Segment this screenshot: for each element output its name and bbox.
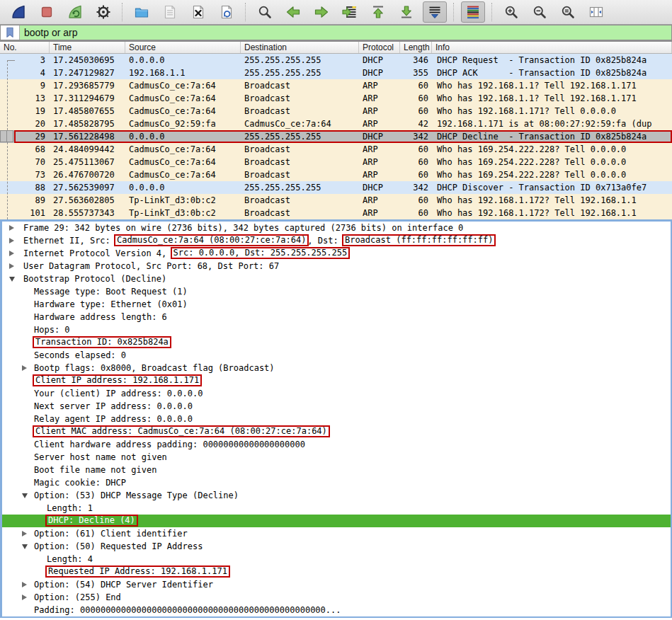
detail-line[interactable]: Next server IP address: 0.0.0.0 <box>2 400 671 413</box>
detail-line[interactable]: Internet Protocol Version 4, Src: 0.0.0.… <box>2 247 671 260</box>
detail-line[interactable]: Server host name not given <box>2 451 671 464</box>
chevron-right-icon[interactable] <box>22 365 27 371</box>
detail-line[interactable]: Frame 29: 342 bytes on wire (2736 bits),… <box>2 222 671 234</box>
detail-line[interactable]: Option: (255) End <box>2 591 671 604</box>
save-file-button <box>158 1 182 23</box>
column-header-source[interactable]: Source <box>125 42 241 53</box>
detail-line[interactable]: Bootp flags: 0x8000, Broadcast flag (Bro… <box>2 362 671 374</box>
packet-length: 60 <box>400 79 432 92</box>
packet-row[interactable]: 2017.485828795CadmusCo_92:59:faCadmusCo_… <box>0 117 672 130</box>
packet-time: 25.475113067 <box>50 156 125 168</box>
chevron-right-icon[interactable] <box>22 531 27 536</box>
detail-line[interactable]: DHCP: Decline (4) <box>2 515 671 527</box>
packet-row[interactable]: 417.247129827192.168.1.1255.255.255.255D… <box>0 67 672 79</box>
packet-row[interactable]: 8827.5625390970.0.0.0255.255.255.255DHCP… <box>0 181 672 194</box>
detail-line[interactable]: Client MAC address: CadmusCo_ce:7a:64 (0… <box>2 425 671 438</box>
packet-row[interactable]: 8927.563602805Tp-LinkT_d3:0b:c2Broadcast… <box>0 194 672 207</box>
column-header-protocol[interactable]: Protocol <box>359 42 400 53</box>
restart-capture-button[interactable] <box>63 1 87 23</box>
detail-line[interactable]: Padding: 0000000000000000000000000000000… <box>2 604 671 616</box>
start-capture-button[interactable] <box>6 1 30 23</box>
packet-info: Who has 192.168.1.1? Tell 192.168.1.171 <box>432 92 672 105</box>
detail-line[interactable]: Bootstrap Protocol (Decline) <box>2 272 671 285</box>
packet-row[interactable]: 10128.555737343Tp-LinkT_d3:0b:c2Broadcas… <box>0 207 672 219</box>
detail-line[interactable]: User Datagram Protocol, Src Port: 68, Ds… <box>2 260 671 272</box>
detail-line[interactable]: Hardware type: Ethernet (0x01) <box>2 298 671 311</box>
detail-line[interactable]: Seconds elapsed: 0 <box>2 349 671 362</box>
detail-line[interactable]: Relay agent IP address: 0.0.0.0 <box>2 413 671 425</box>
packet-details-pane: Frame 29: 342 bytes on wire (2736 bits),… <box>0 219 672 618</box>
chevron-right-icon[interactable] <box>22 595 27 600</box>
detail-line[interactable]: Hops: 0 <box>2 323 671 336</box>
detail-text-part: Option: (61) Client identifier <box>34 529 188 539</box>
packet-protocol: ARP <box>359 79 400 92</box>
detail-line[interactable]: Transaction ID: 0x825b824a <box>2 336 671 349</box>
packet-row[interactable]: 7326.476700720CadmusCo_ce:7a:64Broadcast… <box>0 168 672 181</box>
detail-line[interactable]: Option: (54) DHCP Server Identifier <box>2 578 671 591</box>
column-header-info[interactable]: Info <box>432 42 672 53</box>
packet-source: Tp-LinkT_d3:0b:c2 <box>125 194 241 207</box>
detail-line[interactable]: Boot file name not given <box>2 464 671 476</box>
reload-file-button[interactable] <box>215 1 239 23</box>
packet-length: 342 <box>400 130 432 143</box>
stop-capture-button[interactable] <box>35 1 59 23</box>
packet-time: 17.485807655 <box>50 105 125 117</box>
packet-protocol: ARP <box>359 168 400 181</box>
find-packet-button[interactable] <box>253 1 277 23</box>
detail-line[interactable]: Message type: Boot Request (1) <box>2 285 671 298</box>
packet-info: Who has 192.168.1.172? Tell 192.168.1.1 <box>432 194 672 207</box>
zoom-out-button[interactable] <box>528 1 552 23</box>
detail-line[interactable]: Requested IP Address: 192.168.1.171 <box>2 566 671 578</box>
close-file-button[interactable] <box>186 1 210 23</box>
detail-line[interactable]: Length: 1 <box>2 502 671 515</box>
detail-text-part: Hardware address length: 6 <box>34 312 167 322</box>
detail-line[interactable]: Option: (61) Client identifier <box>2 527 671 540</box>
detail-line[interactable]: Magic cookie: DHCP <box>2 476 671 489</box>
chevron-down-icon[interactable] <box>22 544 28 549</box>
detail-text: Bootstrap Protocol (Decline) <box>23 272 166 285</box>
resize-columns-button[interactable] <box>584 1 608 23</box>
detail-line[interactable]: Your (client) IP address: 0.0.0.0 <box>2 387 671 400</box>
open-file-button[interactable] <box>130 1 154 23</box>
go-last-packet-button[interactable] <box>394 1 418 23</box>
detail-line[interactable]: Hardware address length: 6 <box>2 311 671 323</box>
column-header-time[interactable]: Time <box>50 42 125 53</box>
detail-line[interactable]: Ethernet II, Src: CadmusCo_ce:7a:64 (08:… <box>2 234 671 247</box>
chevron-right-icon[interactable] <box>9 263 14 269</box>
zoom-reset-button[interactable] <box>556 1 580 23</box>
packet-row[interactable]: 1917.485807655CadmusCo_ce:7a:64Broadcast… <box>0 105 672 117</box>
column-header-no[interactable]: No. <box>0 42 50 53</box>
packet-row[interactable]: 7025.475113067CadmusCo_ce:7a:64Broadcast… <box>0 156 672 168</box>
detail-line[interactable]: Option: (53) DHCP Message Type (Decline) <box>2 489 671 502</box>
column-header-length[interactable]: Length <box>400 42 432 53</box>
packet-source: 0.0.0.0 <box>125 181 241 194</box>
go-next-packet-button[interactable] <box>309 1 334 23</box>
packet-row[interactable]: 317.2450306950.0.0.0255.255.255.255DHCP3… <box>0 54 672 67</box>
detail-line[interactable]: Client hardware address padding: 0000000… <box>2 438 671 451</box>
go-previous-packet-button[interactable] <box>281 1 305 23</box>
chevron-down-icon[interactable] <box>9 277 15 282</box>
detail-text: Option: (61) Client identifier <box>34 527 188 540</box>
chevron-right-icon[interactable] <box>9 251 14 256</box>
go-to-packet-button[interactable] <box>338 1 362 23</box>
zoom-in-button[interactable] <box>499 1 523 23</box>
detail-line[interactable]: Length: 4 <box>2 553 671 566</box>
capture-options-button[interactable] <box>91 1 115 23</box>
detail-line[interactable]: Client IP address: 192.168.1.171 <box>2 374 671 387</box>
detail-line[interactable]: Option: (50) Requested IP Address <box>2 540 671 553</box>
display-filter-input[interactable] <box>20 25 671 40</box>
filter-bookmark-button[interactable] <box>1 25 20 40</box>
save-doc-icon <box>162 4 178 20</box>
packet-row[interactable]: 2917.5612284980.0.0.0255.255.255.255DHCP… <box>0 130 672 143</box>
go-first-packet-button[interactable] <box>366 1 390 23</box>
packet-row[interactable]: 1317.311294679CadmusCo_ce:7a:64Broadcast… <box>0 92 672 105</box>
packet-row[interactable]: 6824.484099442CadmusCo_ce:7a:64Broadcast… <box>0 143 672 156</box>
auto-scroll-button[interactable] <box>423 1 447 23</box>
colorize-packets-button[interactable] <box>461 1 485 23</box>
chevron-right-icon[interactable] <box>9 238 14 243</box>
chevron-right-icon[interactable] <box>9 225 14 231</box>
chevron-down-icon[interactable] <box>22 493 28 498</box>
chevron-right-icon[interactable] <box>22 582 27 587</box>
packet-row[interactable]: 917.293685779CadmusCo_ce:7a:64BroadcastA… <box>0 79 672 92</box>
column-header-destination[interactable]: Destination <box>241 42 359 53</box>
